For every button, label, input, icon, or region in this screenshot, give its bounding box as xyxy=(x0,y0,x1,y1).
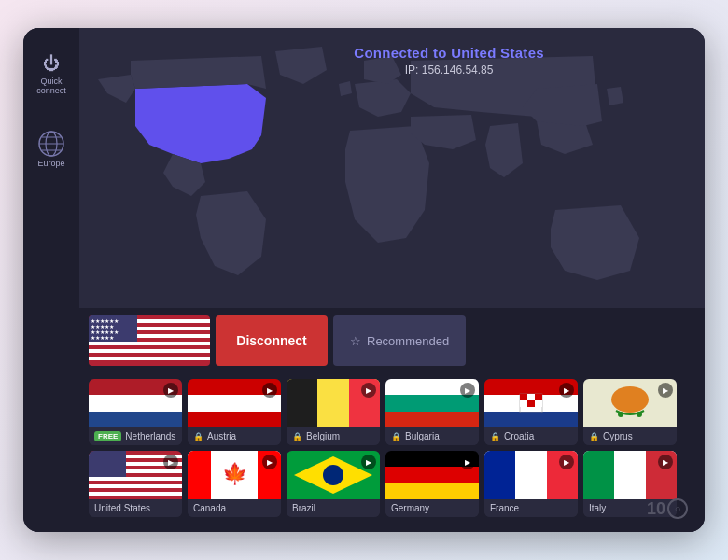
svg-point-42 xyxy=(637,412,642,417)
at-flag-area: ▶ xyxy=(188,379,281,427)
sidebar-item-europe[interactable]: Europe xyxy=(27,121,76,175)
country-card-us2[interactable]: ▶ United States xyxy=(89,451,182,517)
lock-icon: 🔒 xyxy=(292,432,302,441)
svg-rect-22 xyxy=(188,412,281,427)
play-icon: ▶ xyxy=(361,383,376,398)
svg-rect-9 xyxy=(89,342,210,345)
play-icon: ▶ xyxy=(262,383,277,398)
svg-rect-19 xyxy=(89,412,182,427)
svg-rect-31 xyxy=(484,412,578,427)
svg-rect-10 xyxy=(89,349,210,353)
country-card-netherlands[interactable]: ▶ FREE Netherlands xyxy=(89,379,182,445)
cy-name: Cyprus xyxy=(603,431,633,441)
lock-icon: 🔒 xyxy=(589,432,599,441)
sidebar-item-quick-connect[interactable]: ⏻ Quick connect xyxy=(27,47,76,103)
countries-row-1: ▶ FREE Netherlands ▶ 🔒 xyxy=(79,373,705,451)
india-map-shape xyxy=(485,123,523,177)
svg-point-41 xyxy=(618,412,623,417)
country-card-croatia[interactable]: ▶ 🔒 Croatia xyxy=(484,379,578,445)
svg-text:★★★★★: ★★★★★ xyxy=(91,335,114,341)
sidebar: ⏻ Quick connect Europe xyxy=(23,28,79,532)
country-card-cyprus[interactable]: ▶ 🔒 Cyprus xyxy=(583,379,677,445)
br-info-bar: Brazil xyxy=(287,499,380,517)
power-icon: ⏻ xyxy=(43,54,60,74)
br-flag-area: ▶ xyxy=(287,451,380,499)
cy-info-bar: 🔒 Cyprus xyxy=(583,427,677,445)
ca-flag-area: 🍁 ▶ xyxy=(188,451,281,499)
svg-rect-50 xyxy=(89,451,126,477)
be-flag-area: ▶ xyxy=(287,379,380,427)
at-name: Austria xyxy=(207,431,236,441)
nl-name: Netherlands xyxy=(125,431,175,441)
de-name: Germany xyxy=(391,503,429,513)
recommended-button[interactable]: ☆ Recommended xyxy=(333,315,466,366)
uk-map-shape xyxy=(339,81,352,96)
play-icon: ▶ xyxy=(361,455,376,469)
connection-status: Connected to United States xyxy=(354,45,544,61)
svg-rect-38 xyxy=(535,400,542,407)
br-name: Brazil xyxy=(292,503,315,513)
country-card-belgium[interactable]: ▶ 🔒 Belgium xyxy=(287,379,380,445)
svg-rect-49 xyxy=(89,492,182,496)
alaska-map-shape xyxy=(98,75,135,103)
country-card-bulgaria[interactable]: ▶ 🔒 Bulgaria xyxy=(385,379,479,445)
svg-rect-37 xyxy=(527,400,535,407)
star-icon: ☆ xyxy=(350,334,361,348)
play-icon: ▶ xyxy=(658,383,673,398)
countries-row-2: ▶ United States 🍁 ▶ Canada xyxy=(79,451,705,523)
play-icon: ▶ xyxy=(460,455,475,469)
country-card-france[interactable]: ▶ France xyxy=(484,451,578,517)
svg-rect-65 xyxy=(583,451,614,499)
svg-rect-52 xyxy=(188,451,211,499)
svg-rect-47 xyxy=(89,477,182,481)
svg-rect-62 xyxy=(484,451,515,499)
connection-ip: IP: 156.146.54.85 xyxy=(354,63,544,77)
quick-connect-label: Quick connect xyxy=(31,77,72,95)
country-card-germany[interactable]: ▶ Germany xyxy=(385,451,479,517)
connection-info: Connected to United States IP: 156.146.5… xyxy=(354,45,544,77)
bottom-panel: ★★★★★★ ★★★★★ ★★★★★★ ★★★★★ Disconnect ☆ R… xyxy=(79,308,705,532)
fr-flag-area: ▶ xyxy=(484,451,578,499)
fr-info-bar: France xyxy=(484,499,578,517)
country-card-brazil[interactable]: ▶ Brazil xyxy=(287,451,380,517)
de-info-bar: Germany xyxy=(385,499,479,517)
country-card-austria[interactable]: ▶ 🔒 Austria xyxy=(188,379,281,445)
cy-flag-area: ▶ xyxy=(583,379,677,427)
svg-rect-60 xyxy=(385,483,479,499)
play-icon: ▶ xyxy=(163,455,178,469)
australia-map-shape xyxy=(551,205,639,280)
europe-map-shape xyxy=(355,79,411,117)
play-icon: ▶ xyxy=(559,455,574,469)
be-name: Belgium xyxy=(306,431,340,441)
play-icon: ▶ xyxy=(658,455,673,469)
play-icon: ▶ xyxy=(262,455,277,469)
japan-map-shape xyxy=(607,87,623,105)
svg-text:🍁: 🍁 xyxy=(222,461,248,486)
svg-rect-28 xyxy=(385,412,479,427)
de-flag-area: ▶ xyxy=(385,451,479,499)
hr-info-bar: 🔒 Croatia xyxy=(484,427,578,445)
hr-name: Croatia xyxy=(504,431,534,441)
version-number: 10 xyxy=(647,499,665,519)
south-america-map-shape xyxy=(196,191,266,275)
us2-name: United States xyxy=(94,503,150,513)
main-window: ⏻ Quick connect Europe xyxy=(23,28,705,532)
lock-icon: 🔒 xyxy=(193,432,203,441)
svg-rect-35 xyxy=(535,394,542,400)
svg-rect-24 xyxy=(287,379,317,427)
recommended-label: Recommended xyxy=(367,334,449,348)
selected-country-row: ★★★★★★ ★★★★★ ★★★★★★ ★★★★★ Disconnect ☆ R… xyxy=(79,308,705,373)
svg-rect-33 xyxy=(520,394,527,400)
lock-icon: 🔒 xyxy=(391,432,401,441)
disconnect-button[interactable]: Disconnect xyxy=(216,315,328,366)
svg-point-40 xyxy=(611,386,649,413)
country-card-canada[interactable]: 🍁 ▶ Canada xyxy=(188,451,281,517)
canada-map-shape xyxy=(131,56,266,89)
it-flag-area: ▶ xyxy=(583,451,677,499)
svg-point-57 xyxy=(323,465,343,485)
nl-info-bar: FREE Netherlands xyxy=(89,427,182,445)
europe-label: Europe xyxy=(37,159,64,168)
version-circle: ○ xyxy=(667,498,688,519)
be-info-bar: 🔒 Belgium xyxy=(287,427,380,445)
ca-name: Canada xyxy=(193,503,226,513)
